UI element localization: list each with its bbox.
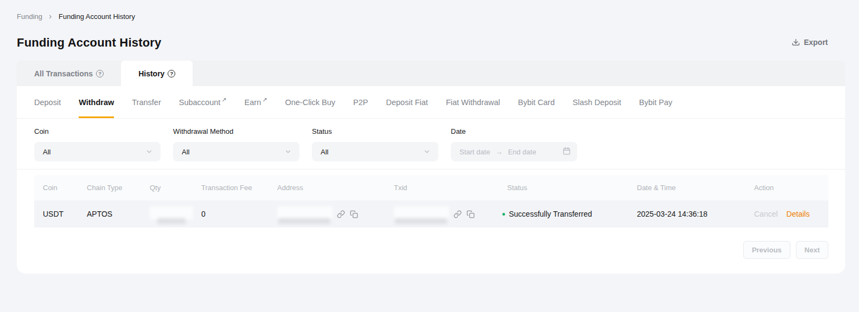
- status-dot-icon: [502, 213, 505, 216]
- cell-address: [277, 200, 358, 227]
- cell-txid: [394, 200, 475, 227]
- link-icon[interactable]: [454, 210, 462, 218]
- download-icon: [792, 38, 800, 47]
- status-select[interactable]: All: [312, 142, 438, 161]
- withdrawal-method-select[interactable]: All: [173, 142, 299, 161]
- link-icon[interactable]: [337, 210, 345, 218]
- subtab-one-click-buy[interactable]: One-Click Buy: [285, 86, 335, 118]
- help-icon[interactable]: ?: [168, 70, 175, 77]
- end-date-placeholder[interactable]: End date: [508, 148, 563, 156]
- col-action: Action: [754, 175, 774, 200]
- filter-date-label: Date: [451, 127, 577, 135]
- start-date-placeholder[interactable]: Start date: [459, 148, 490, 156]
- tab-all-transactions[interactable]: All Transactions ?: [17, 61, 121, 86]
- status-select-value: All: [321, 148, 328, 156]
- coin-select[interactable]: All: [34, 142, 161, 161]
- filter-coin-label: Coin: [34, 127, 161, 135]
- filter-status-label: Status: [312, 127, 438, 135]
- subtab-withdraw[interactable]: Withdraw: [79, 86, 114, 118]
- chevron-right-icon: [48, 14, 53, 20]
- col-date-time: Date & Time: [637, 175, 676, 200]
- filter-status: Status All: [312, 127, 438, 169]
- cell-status: Successfully Transferred: [502, 200, 592, 227]
- subtab-label: Deposit Fiat: [386, 98, 428, 107]
- chevron-down-icon: [423, 148, 431, 155]
- breadcrumb: Funding Funding Account History: [17, 12, 135, 21]
- next-button[interactable]: Next: [796, 241, 828, 259]
- subtab-label: Subaccount: [179, 98, 221, 107]
- history-type-tabs: Deposit Withdraw Transfer Subaccount↗ Ea…: [17, 86, 845, 119]
- breadcrumb-funding[interactable]: Funding: [17, 12, 42, 21]
- history-card: Deposit Withdraw Transfer Subaccount↗ Ea…: [17, 86, 845, 274]
- redacted-txid: [394, 204, 449, 224]
- chevron-down-icon: [284, 148, 292, 155]
- filter-date: Date Start date → End date: [451, 127, 577, 169]
- filters-bar: Coin All Withdrawal Method All Status Al…: [17, 119, 845, 170]
- subtab-p2p[interactable]: P2P: [353, 86, 368, 118]
- subtab-label: Earn: [245, 98, 261, 107]
- date-range-picker[interactable]: Start date → End date: [451, 142, 577, 161]
- filter-withdrawal-method-label: Withdrawal Method: [173, 127, 299, 135]
- tab-history-label: History: [138, 69, 164, 78]
- export-button[interactable]: Export: [792, 38, 828, 47]
- page-title: Funding Account History: [17, 36, 162, 50]
- subtab-subaccount[interactable]: Subaccount↗: [179, 86, 227, 118]
- account-tabs: All Transactions ? History ?: [17, 61, 845, 86]
- details-link[interactable]: Details: [787, 210, 810, 218]
- col-status: Status: [507, 175, 527, 200]
- export-label: Export: [804, 38, 828, 47]
- copy-icon[interactable]: [350, 210, 358, 218]
- cell-transaction-fee: 0: [201, 200, 206, 227]
- withdrawal-method-select-value: All: [182, 148, 189, 156]
- arrow-right-icon: →: [495, 148, 502, 156]
- tab-all-transactions-label: All Transactions: [34, 69, 93, 78]
- cell-qty: [150, 200, 193, 227]
- cell-chain-type: APTOS: [87, 200, 112, 227]
- subtab-label: Withdraw: [79, 98, 114, 107]
- subtab-label: Transfer: [132, 98, 161, 107]
- previous-button[interactable]: Previous: [743, 241, 790, 259]
- subtab-transfer[interactable]: Transfer: [132, 86, 161, 118]
- col-qty: Qty: [150, 175, 161, 200]
- subtab-label: Slash Deposit: [573, 98, 621, 107]
- redacted-qty: [150, 204, 193, 224]
- table-header-row: Coin Chain Type Qty Transaction Fee Addr…: [34, 175, 828, 200]
- coin-select-value: All: [43, 148, 50, 156]
- subtab-label: P2P: [353, 98, 368, 107]
- subtab-label: Fiat Withdrawal: [446, 98, 500, 107]
- subtab-label: Bybit Card: [518, 98, 555, 107]
- tab-history[interactable]: History ?: [121, 61, 193, 86]
- subtab-label: One-Click Buy: [285, 98, 335, 107]
- cell-coin: USDT: [43, 200, 63, 227]
- help-icon[interactable]: ?: [96, 70, 104, 77]
- subtab-slash-deposit[interactable]: Slash Deposit: [573, 86, 621, 118]
- filter-withdrawal-method: Withdrawal Method All: [173, 127, 299, 169]
- copy-icon[interactable]: [467, 210, 475, 218]
- subtab-bybit-pay[interactable]: Bybit Pay: [639, 86, 672, 118]
- filter-coin: Coin All: [34, 127, 161, 169]
- subtab-earn[interactable]: Earn↗: [245, 86, 267, 118]
- calendar-icon: [563, 147, 571, 157]
- cancel-link[interactable]: Cancel: [754, 210, 778, 218]
- chevron-down-icon: [145, 148, 153, 155]
- col-txid: Txid: [394, 175, 407, 200]
- status-text: Successfully Transferred: [509, 210, 592, 218]
- table-row: USDT APTOS 0: [34, 200, 828, 227]
- cell-date-time: 2025-03-24 14:36:18: [637, 200, 707, 227]
- subtab-label: Bybit Pay: [639, 98, 672, 107]
- subtab-deposit[interactable]: Deposit: [34, 86, 61, 118]
- subtab-fiat-withdrawal[interactable]: Fiat Withdrawal: [446, 86, 500, 118]
- external-link-icon: ↗: [221, 96, 226, 103]
- col-address: Address: [277, 175, 303, 200]
- withdraw-history-table: Coin Chain Type Qty Transaction Fee Addr…: [34, 175, 828, 227]
- subtab-label: Deposit: [34, 98, 61, 107]
- breadcrumb-current: Funding Account History: [59, 12, 135, 21]
- col-transaction-fee: Transaction Fee: [201, 175, 252, 200]
- col-chain-type: Chain Type: [87, 175, 123, 200]
- external-link-icon: ↗: [262, 96, 267, 103]
- redacted-address: [277, 204, 333, 224]
- subtab-deposit-fiat[interactable]: Deposit Fiat: [386, 86, 428, 118]
- subtab-bybit-card[interactable]: Bybit Card: [518, 86, 555, 118]
- col-coin: Coin: [43, 175, 58, 200]
- scrollbar[interactable]: [859, 0, 868, 312]
